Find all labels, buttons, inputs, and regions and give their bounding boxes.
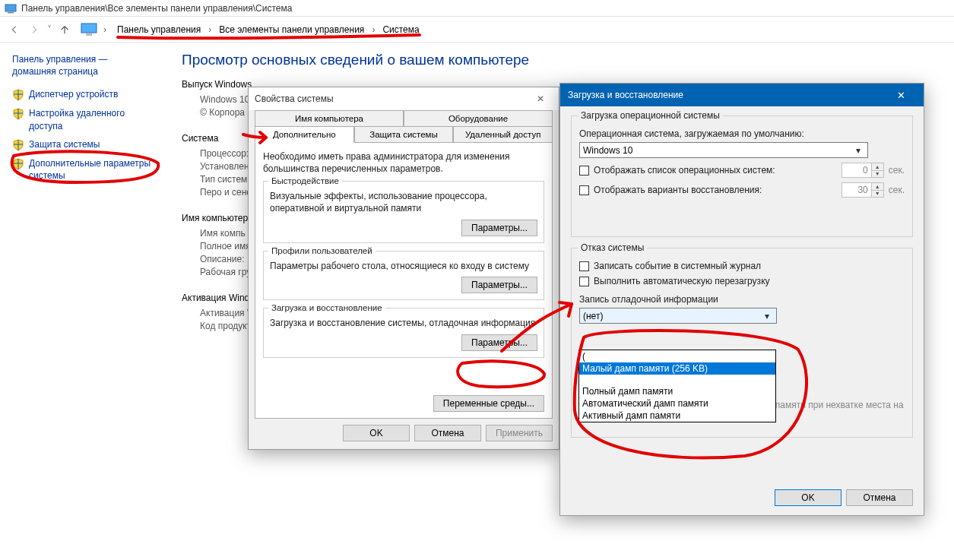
system-properties-title: Свойства системы: [255, 93, 334, 104]
sidebar-link-remote-settings[interactable]: Настройка удаленного доступа: [12, 107, 157, 131]
group-performance-desc: Визуальные эффекты, использование процес…: [270, 191, 537, 214]
shield-icon: [12, 89, 24, 101]
breadcrumbs: Панель управления › Все элементы панели …: [114, 23, 423, 36]
tab-remote[interactable]: Удаленный доступ: [453, 126, 553, 143]
default-os-label: Операционная система, загружаемая по умо…: [579, 128, 905, 139]
window-titlebar: Панель управления\Все элементы панели уп…: [0, 0, 954, 17]
nav-recent[interactable]: ˅: [47, 24, 52, 35]
sidebar-home[interactable]: Панель управления — домашняя страница: [12, 53, 157, 78]
tab-advanced[interactable]: Дополнительно: [255, 126, 354, 143]
chk-recovery-label: Отображать варианты восстановления:: [594, 185, 841, 195]
sysprops-apply-button[interactable]: Применить: [486, 425, 553, 441]
crumb-sep-1[interactable]: ›: [208, 24, 211, 35]
dump-dropdown-list: ( Малый дамп памяти (256 KB) Полный дамп…: [578, 350, 776, 422]
crumb-all-items[interactable]: Все элементы панели управления: [216, 23, 367, 36]
group-startup-desc: Загрузка и восстановление системы, отлад…: [270, 318, 537, 330]
checkbox-write-event[interactable]: [579, 261, 589, 271]
dump-label: Запись отладочной информации: [579, 294, 905, 305]
monitor-icon: [81, 23, 97, 36]
checkbox-auto-restart[interactable]: [579, 277, 589, 286]
startup-settings-button[interactable]: Параметры...: [461, 334, 537, 351]
sidebar-link-device-manager[interactable]: Диспетчер устройств: [12, 88, 157, 101]
crumb-control-panel[interactable]: Панель управления: [114, 23, 204, 36]
nav-back[interactable]: [6, 21, 23, 38]
group-profiles-title: Профили пользователей: [268, 246, 376, 255]
dd-item-small-dump[interactable]: Малый дамп памяти (256 KB): [579, 362, 775, 375]
chk-os-list-label: Отображать список операционных систем:: [594, 165, 841, 176]
spin-recovery-input[interactable]: [841, 182, 872, 198]
crumb-sep-2[interactable]: ›: [372, 24, 375, 35]
dd-item-auto-dump[interactable]: Автоматический дамп памяти: [579, 397, 775, 410]
default-os-combo[interactable]: Windows 10 ▾: [579, 142, 868, 158]
chevron-down-icon: ▾: [852, 143, 864, 157]
dd-item-cut[interactable]: [579, 375, 775, 385]
sidebar-link-system-protection[interactable]: Защита системы: [12, 138, 157, 151]
page-title: Просмотр основных сведений о вашем компь…: [182, 52, 942, 68]
fieldset-startup: Загрузка операционной системы Операционн…: [571, 115, 913, 237]
close-button[interactable]: ✕: [528, 90, 553, 108]
performance-settings-button[interactable]: Параметры...: [461, 220, 537, 236]
shield-icon: [12, 158, 24, 170]
system-properties-dialog: Свойства системы ✕ Имя компьютера Оборуд…: [248, 87, 559, 450]
admin-note: Необходимо иметь права администратора дл…: [263, 150, 544, 175]
svg-rect-3: [86, 33, 92, 36]
sysprops-ok-button[interactable]: OK: [343, 425, 410, 441]
close-button[interactable]: ✕: [886, 84, 916, 106]
dd-item-none-cut[interactable]: (: [579, 350, 775, 362]
startup-recovery-title: Загрузка и восстановление: [568, 90, 683, 100]
control-panel-icon: [5, 2, 17, 14]
spin-os-list-input[interactable]: [841, 163, 872, 178]
checkbox-recovery-list[interactable]: [579, 185, 589, 195]
sysprops-cancel-button[interactable]: Отмена: [414, 425, 481, 441]
startup-recovery-titlebar[interactable]: Загрузка и восстановление ✕: [560, 84, 924, 106]
group-performance-title: Быстродействие: [268, 176, 342, 185]
dump-combo[interactable]: (нет) ▾: [579, 308, 777, 324]
sidebar: Панель управления — домашняя страница Ди…: [0, 43, 163, 560]
tab-computer-name[interactable]: Имя компьютера: [255, 110, 404, 126]
crumb-system[interactable]: Система: [379, 23, 422, 36]
svg-rect-0: [5, 5, 16, 11]
nav-up[interactable]: [56, 21, 73, 38]
svg-rect-2: [81, 24, 97, 33]
chevron-down-icon: ▾: [761, 308, 773, 323]
navbar: ˅ › Панель управления › Все элементы пан…: [0, 17, 954, 43]
shield-icon: [12, 139, 24, 151]
dd-item-full-dump[interactable]: Полный дамп памяти: [579, 385, 775, 397]
profiles-settings-button[interactable]: Параметры...: [461, 277, 537, 293]
shield-icon: [12, 108, 24, 120]
nav-forward[interactable]: [26, 21, 43, 38]
system-properties-titlebar[interactable]: Свойства системы ✕: [249, 87, 559, 110]
env-vars-button[interactable]: Переменные среды...: [433, 395, 544, 412]
group-startup-title: Загрузка и восстановление: [268, 303, 385, 312]
startup-recovery-dialog: Загрузка и восстановление ✕ Загрузка опе…: [559, 83, 924, 516]
group-profiles-desc: Параметры рабочего стола, относящиеся ко…: [270, 261, 537, 273]
svg-rect-1: [8, 12, 14, 14]
window-title-text: Панель управления\Все элементы панели уп…: [21, 3, 292, 14]
sidebar-link-advanced-settings[interactable]: Дополнительные параметры системы: [12, 157, 157, 182]
recover-ok-button[interactable]: OK: [775, 489, 841, 506]
recover-cancel-button[interactable]: Отмена: [846, 489, 913, 506]
tab-protection[interactable]: Защита системы: [354, 126, 454, 143]
checkbox-os-list[interactable]: [579, 166, 589, 176]
tab-hardware[interactable]: Оборудование: [404, 110, 553, 126]
crumb-sep-0[interactable]: ›: [103, 24, 106, 35]
spin-os-list[interactable]: ▲▼: [841, 163, 884, 178]
dd-item-active-dump[interactable]: Активный дамп памяти: [579, 410, 775, 422]
spin-recovery[interactable]: ▲▼: [841, 182, 884, 198]
